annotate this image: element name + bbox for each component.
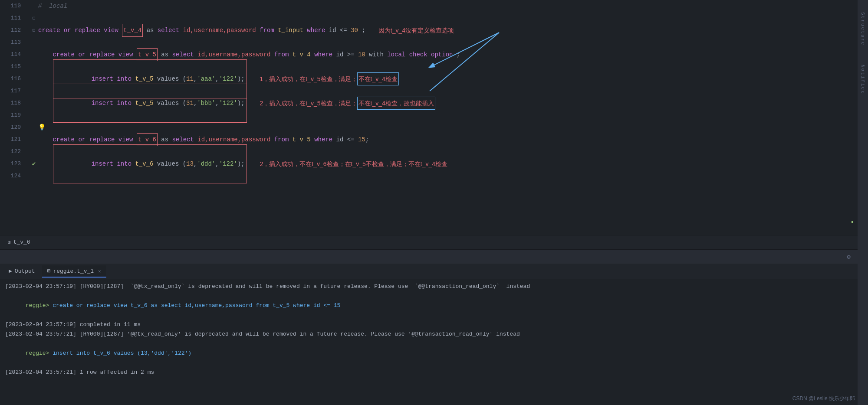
code-line-124 bbox=[30, 170, 864, 182]
tbl-123: t_v_6 bbox=[135, 160, 153, 167]
indent-118 bbox=[38, 97, 53, 109]
indent-123 bbox=[38, 158, 53, 170]
annotation-112: 因为t_v_4没有定义检查选项 bbox=[378, 24, 454, 36]
bottom-tabs: ▶ Output ⊞ reggie.t_v_1 ✕ bbox=[0, 264, 868, 279]
ln-112: 112 bbox=[0, 24, 21, 36]
code-line-114: create or replace view t_v_5 as select i… bbox=[30, 49, 864, 61]
cols-121: id,username,password bbox=[197, 134, 270, 146]
kw-create-114: create or replace view bbox=[53, 49, 137, 61]
ann-116-main: 1，插入成功，在t_v_5检查，满足； bbox=[260, 73, 357, 85]
kw-select-121: select bbox=[172, 134, 197, 146]
sp3-114 bbox=[311, 49, 314, 61]
ln-117: 117 bbox=[0, 85, 21, 97]
fold-icon-112: ⊟ bbox=[33, 24, 36, 36]
editor-tab-bar: ⊞ t_v_6 bbox=[0, 235, 868, 249]
where-112 bbox=[303, 24, 307, 36]
gutter-123: ✔ bbox=[30, 158, 38, 170]
ln-124: 124 bbox=[0, 170, 21, 182]
tv4-box: t_v_4 bbox=[122, 24, 143, 37]
num1-116: 11 bbox=[186, 75, 194, 82]
num1-118: 31 bbox=[186, 100, 194, 107]
sp2-121 bbox=[289, 134, 292, 146]
cond-121: id <= bbox=[332, 134, 358, 146]
settings-icon-btn[interactable]: ⚙ bbox=[845, 252, 852, 261]
ln-113: 113 bbox=[0, 36, 21, 49]
notifice-label[interactable]: Notifice bbox=[860, 65, 865, 95]
c2-123: , bbox=[215, 160, 219, 167]
tbl-112: t_input bbox=[278, 24, 303, 36]
kw-insert-118: insert into bbox=[92, 100, 135, 107]
kw-create-112: create or replace view bbox=[38, 24, 122, 36]
ln-119: 119 bbox=[0, 109, 21, 121]
bulb-icon-120: 💡 bbox=[38, 121, 46, 134]
bottom-panel: ⚙ − ▶ Output ⊞ reggie.t_v_1 ✕ [2023-02-0… bbox=[0, 249, 868, 405]
str1-123: 'ddd' bbox=[197, 160, 215, 167]
cond-114: id >= bbox=[332, 49, 358, 61]
sp-121 bbox=[270, 134, 274, 146]
kw-select-114: select bbox=[172, 49, 197, 61]
line112-as: as bbox=[143, 24, 158, 36]
str1-118: 'bbb' bbox=[197, 100, 215, 107]
fold-icon-111: ⊟ bbox=[33, 12, 36, 24]
kw-where-121: where bbox=[314, 134, 332, 146]
structure-label[interactable]: Structure bbox=[860, 12, 865, 46]
ln-116: 116 bbox=[0, 73, 21, 85]
term-line-3: [2023-02-04 23:57:21] [HY000][1287] '@@t… bbox=[5, 330, 863, 339]
term-line-1: reggie> create or replace view t_v_6 as … bbox=[5, 291, 863, 320]
code-line-112: ⊟ create or replace view t_v_4 as select… bbox=[30, 24, 864, 36]
code-container: 110 111 112 113 114 115 116 117 118 119 … bbox=[0, 0, 868, 235]
check-icon-123: ✔ bbox=[32, 158, 36, 170]
bottom-toolbar: ⚙ − bbox=[0, 250, 868, 264]
gutter-111: ⊟ bbox=[30, 12, 38, 24]
annotation-116: 1，插入成功，在t_v_5检查，满足； 不在t_v_4检查 bbox=[260, 72, 399, 85]
end-116: ); bbox=[237, 75, 245, 82]
editor-tab-tv6[interactable]: ⊞ t_v_6 bbox=[4, 235, 34, 249]
ln-122: 122 bbox=[0, 146, 21, 158]
tab-grid-icon: ⊞ bbox=[8, 239, 11, 245]
vals-116: values ( bbox=[153, 75, 186, 82]
editor-tab-label: t_v_6 bbox=[13, 239, 30, 245]
right-panel: Structure Notifice bbox=[858, 0, 868, 405]
line-numbers: 110 111 112 113 114 115 116 117 118 119 … bbox=[0, 0, 26, 235]
ln-120: 120 bbox=[0, 121, 21, 134]
code-lines[interactable]: # local ⊟ ⊟ create or replace view t_v_4… bbox=[26, 0, 864, 235]
c2-116: , bbox=[215, 75, 219, 82]
tbl-121: t_v_5 bbox=[293, 134, 311, 146]
code-line-110: # local bbox=[30, 0, 864, 12]
indent-114 bbox=[38, 49, 53, 61]
end-123: ); bbox=[237, 160, 245, 167]
term-line-5: [2023-02-04 23:57:21] 1 row affected in … bbox=[5, 368, 863, 377]
kw-from-114: from bbox=[274, 49, 289, 61]
cmd-4: insert into t_v_6 values (13,'ddd','122'… bbox=[53, 350, 191, 356]
num1-123: 13 bbox=[186, 160, 194, 167]
output-icon: ▶ bbox=[9, 268, 12, 274]
kw-insert-123: insert into bbox=[92, 160, 135, 167]
tab-reggie-label: reggie.t_v_1 bbox=[53, 268, 94, 274]
tab-reggie[interactable]: ⊞ reggie.t_v_1 ✕ bbox=[42, 265, 106, 278]
ln-110: 110 bbox=[0, 0, 21, 12]
code-line-113 bbox=[30, 36, 864, 49]
indent-116 bbox=[38, 73, 53, 85]
kw-from-121: from bbox=[274, 134, 289, 146]
ln-111: 111 bbox=[0, 12, 21, 24]
watermark: CSDN @Leslie 快乐少年郎 bbox=[792, 395, 855, 402]
code-line-118: insert into t_v_5 values (31,'bbb','122'… bbox=[30, 97, 864, 109]
tab-output-label: Output bbox=[15, 268, 35, 274]
minimap-mark bbox=[852, 221, 853, 223]
ann-118-box: 不在t_v_4检查，故也能插入 bbox=[357, 97, 435, 110]
as-121: as bbox=[158, 134, 172, 146]
cmd-1: create or replace view t_v_6 as select i… bbox=[53, 302, 340, 309]
str2-118: '122' bbox=[219, 100, 237, 107]
num-114: 10 bbox=[358, 49, 365, 61]
kw-local-114: local check option bbox=[387, 49, 453, 61]
tbl-116: t_v_5 bbox=[135, 75, 153, 82]
cols-114: id,username,password bbox=[197, 49, 270, 61]
terminal-content[interactable]: [2023-02-04 23:57:19] [HY000][1287] `@@t… bbox=[0, 279, 868, 405]
sp3-121 bbox=[311, 134, 314, 146]
code-line-120: 💡 bbox=[30, 121, 864, 134]
close-tab-reggie[interactable]: ✕ bbox=[98, 268, 101, 274]
kw-from-112: from bbox=[260, 24, 278, 36]
kw-select-112: select bbox=[158, 24, 183, 36]
indent-121 bbox=[38, 134, 53, 146]
tab-output[interactable]: ▶ Output bbox=[3, 265, 40, 278]
